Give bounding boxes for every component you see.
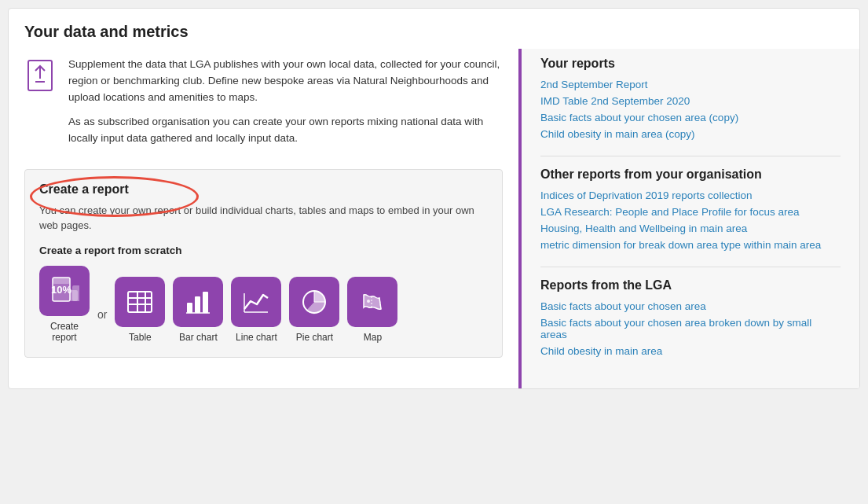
pie-chart-icon[interactable]: [289, 277, 339, 327]
svg-rect-14: [203, 292, 208, 313]
map-label: Map: [364, 332, 382, 343]
bar-chart-icon-svg: [183, 287, 213, 317]
lga-reports-section: Reports from the LGA Basic facts about y…: [540, 278, 841, 357]
right-column: Your reports 2nd September Report IMD Ta…: [522, 49, 859, 388]
create-report-icon-svg: 10%: [49, 276, 79, 306]
svg-rect-13: [195, 296, 200, 313]
your-report-link-0[interactable]: 2nd September Report: [540, 79, 841, 90]
your-report-link-3[interactable]: Child obesity in main area (copy): [540, 128, 841, 140]
table-option[interactable]: Table: [115, 277, 165, 343]
chart-options: 10% Createreport or: [39, 266, 488, 343]
create-report-title: Create a report: [39, 182, 488, 197]
org-report-link-3[interactable]: metric dimension for break down area typ…: [540, 239, 841, 251]
svg-rect-6: [72, 285, 79, 301]
intro-section: Supplement the data that LGA publishes w…: [24, 57, 503, 155]
line-chart-icon-svg: [241, 287, 271, 317]
upload-icon-wrap: [24, 60, 56, 91]
svg-rect-12: [187, 303, 192, 313]
map-option[interactable]: Map: [347, 277, 397, 343]
lga-report-link-1[interactable]: Basic facts about your chosen area broke…: [540, 317, 841, 340]
svg-rect-4: [53, 278, 70, 284]
divider-2: [540, 267, 841, 267]
pie-chart-option[interactable]: Pie chart: [289, 277, 339, 343]
from-scratch-label: Create a report from scratch: [39, 245, 488, 256]
pie-chart-label: Pie chart: [296, 332, 333, 343]
lga-report-link-2[interactable]: Child obesity in main area: [540, 345, 841, 357]
bar-chart-icon[interactable]: [173, 277, 223, 327]
bar-chart-option[interactable]: Bar chart: [173, 277, 223, 343]
intro-text: Supplement the data that LGA publishes w…: [68, 57, 503, 155]
map-icon[interactable]: [347, 277, 397, 327]
pie-chart-icon-svg: [299, 287, 329, 317]
page-wrapper: Your data and metrics Supplement the dat…: [8, 8, 860, 389]
divider-1: [540, 156, 841, 156]
create-report-description: You can create your own report or build …: [39, 203, 488, 234]
table-icon[interactable]: [115, 277, 165, 327]
or-label: or: [97, 308, 107, 321]
left-column: Supplement the data that LGA publishes w…: [9, 49, 522, 388]
lga-report-link-0[interactable]: Basic facts about your chosen area: [540, 300, 841, 312]
create-report-option[interactable]: 10% Createreport: [39, 266, 90, 343]
org-reports-section: Other reports from your organisation Ind…: [540, 167, 841, 251]
your-reports-heading: Your reports: [540, 57, 841, 71]
intro-para-1: Supplement the data that LGA publishes w…: [68, 57, 503, 106]
create-report-label: Createreport: [50, 321, 79, 343]
line-chart-icon[interactable]: [231, 277, 281, 327]
org-report-link-0[interactable]: Indices of Deprivation 2019 reports coll…: [540, 189, 841, 201]
table-icon-svg: [125, 287, 155, 317]
create-report-section: Create a report You can create your own …: [24, 169, 503, 358]
org-report-link-1[interactable]: LGA Research: People and Place Profile f…: [540, 206, 841, 218]
your-reports-section: Your reports 2nd September Report IMD Ta…: [540, 57, 841, 140]
upload-icon: [27, 60, 53, 91]
svg-text:10%: 10%: [51, 284, 71, 296]
org-reports-heading: Other reports from your organisation: [540, 167, 841, 182]
lga-reports-heading: Reports from the LGA: [540, 278, 841, 292]
intro-para-2: As as subscribed organisation you can cr…: [68, 114, 503, 147]
main-content: Supplement the data that LGA publishes w…: [9, 49, 859, 388]
create-report-icon[interactable]: 10%: [39, 266, 90, 316]
org-report-link-2[interactable]: Housing, Health and Wellbeing in main ar…: [540, 223, 841, 234]
your-report-link-2[interactable]: Basic facts about your chosen area (copy…: [540, 112, 841, 123]
page-title: Your data and metrics: [9, 9, 859, 49]
line-chart-option[interactable]: Line chart: [231, 277, 281, 343]
bar-chart-label: Bar chart: [179, 332, 218, 343]
table-label: Table: [129, 332, 152, 343]
map-icon-svg: [357, 287, 387, 317]
svg-rect-7: [128, 292, 152, 312]
your-report-link-1[interactable]: IMD Table 2nd September 2020: [540, 95, 841, 107]
line-chart-label: Line chart: [236, 332, 277, 343]
svg-point-21: [367, 300, 370, 303]
